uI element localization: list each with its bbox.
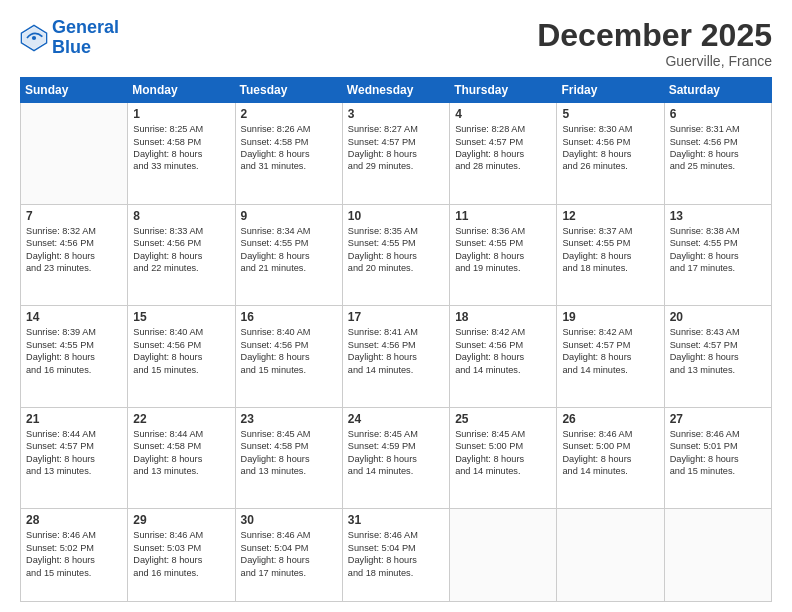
cell-info-line: Sunrise: 8:44 AM (133, 428, 229, 440)
calendar-cell: 22Sunrise: 8:44 AMSunset: 4:58 PMDayligh… (128, 407, 235, 509)
cell-info-line: and 18 minutes. (562, 262, 658, 274)
cell-info-line: Sunrise: 8:45 AM (241, 428, 337, 440)
col-saturday: Saturday (664, 78, 771, 103)
cell-info-line: Sunset: 4:55 PM (241, 237, 337, 249)
cell-info-line: Sunset: 5:04 PM (348, 542, 444, 554)
calendar-cell: 7Sunrise: 8:32 AMSunset: 4:56 PMDaylight… (21, 204, 128, 306)
calendar-week-row-3: 21Sunrise: 8:44 AMSunset: 4:57 PMDayligh… (21, 407, 772, 509)
cell-info-line: Sunset: 5:00 PM (455, 440, 551, 452)
cell-info-line: Sunset: 4:56 PM (455, 339, 551, 351)
cell-info-line: Sunrise: 8:36 AM (455, 225, 551, 237)
calendar-cell: 8Sunrise: 8:33 AMSunset: 4:56 PMDaylight… (128, 204, 235, 306)
cell-info-line: Sunset: 4:55 PM (670, 237, 766, 249)
calendar-week-row-4: 28Sunrise: 8:46 AMSunset: 5:02 PMDayligh… (21, 509, 772, 602)
day-number: 6 (670, 107, 766, 121)
cell-info-line: and 13 minutes. (670, 364, 766, 376)
calendar-cell: 15Sunrise: 8:40 AMSunset: 4:56 PMDayligh… (128, 306, 235, 408)
calendar-week-row-2: 14Sunrise: 8:39 AMSunset: 4:55 PMDayligh… (21, 306, 772, 408)
calendar-cell: 13Sunrise: 8:38 AMSunset: 4:55 PMDayligh… (664, 204, 771, 306)
cell-info-line: Sunset: 5:00 PM (562, 440, 658, 452)
cell-info-line: Daylight: 8 hours (241, 453, 337, 465)
cell-info-line: and 17 minutes. (241, 567, 337, 579)
calendar-cell: 12Sunrise: 8:37 AMSunset: 4:55 PMDayligh… (557, 204, 664, 306)
cell-info-line: and 14 minutes. (562, 364, 658, 376)
day-number: 1 (133, 107, 229, 121)
cell-info-line: Sunset: 4:57 PM (562, 339, 658, 351)
cell-info-line: Sunset: 4:58 PM (133, 440, 229, 452)
calendar-header-row: Sunday Monday Tuesday Wednesday Thursday… (21, 78, 772, 103)
cell-info-line: Sunset: 4:58 PM (133, 136, 229, 148)
day-number: 11 (455, 209, 551, 223)
cell-info-line: Sunrise: 8:46 AM (241, 529, 337, 541)
cell-info-line: Daylight: 8 hours (26, 351, 122, 363)
cell-info-line: Sunrise: 8:46 AM (133, 529, 229, 541)
cell-info-line: and 20 minutes. (348, 262, 444, 274)
calendar-cell: 24Sunrise: 8:45 AMSunset: 4:59 PMDayligh… (342, 407, 449, 509)
day-number: 19 (562, 310, 658, 324)
header: General Blue December 2025 Guerville, Fr… (20, 18, 772, 69)
col-sunday: Sunday (21, 78, 128, 103)
calendar-cell: 4Sunrise: 8:28 AMSunset: 4:57 PMDaylight… (450, 103, 557, 205)
day-number: 4 (455, 107, 551, 121)
cell-info-line: Sunset: 5:03 PM (133, 542, 229, 554)
cell-info-line: Sunset: 4:57 PM (348, 136, 444, 148)
day-number: 25 (455, 412, 551, 426)
cell-info-line: Sunrise: 8:25 AM (133, 123, 229, 135)
calendar-cell: 27Sunrise: 8:46 AMSunset: 5:01 PMDayligh… (664, 407, 771, 509)
day-number: 9 (241, 209, 337, 223)
day-number: 24 (348, 412, 444, 426)
cell-info-line: and 21 minutes. (241, 262, 337, 274)
calendar-cell (21, 103, 128, 205)
calendar-cell: 29Sunrise: 8:46 AMSunset: 5:03 PMDayligh… (128, 509, 235, 602)
logo-icon (20, 24, 48, 52)
col-tuesday: Tuesday (235, 78, 342, 103)
calendar-cell: 25Sunrise: 8:45 AMSunset: 5:00 PMDayligh… (450, 407, 557, 509)
day-number: 31 (348, 513, 444, 527)
calendar-cell: 26Sunrise: 8:46 AMSunset: 5:00 PMDayligh… (557, 407, 664, 509)
title-area: December 2025 Guerville, France (537, 18, 772, 69)
cell-info-line: and 14 minutes. (455, 465, 551, 477)
cell-info-line: Daylight: 8 hours (241, 351, 337, 363)
cell-info-line: Daylight: 8 hours (455, 250, 551, 262)
cell-info-line: Sunrise: 8:46 AM (26, 529, 122, 541)
day-number: 23 (241, 412, 337, 426)
day-number: 2 (241, 107, 337, 121)
cell-info-line: and 33 minutes. (133, 160, 229, 172)
cell-info-line: and 15 minutes. (670, 465, 766, 477)
day-number: 20 (670, 310, 766, 324)
cell-info-line: and 16 minutes. (133, 567, 229, 579)
cell-info-line: Daylight: 8 hours (348, 351, 444, 363)
cell-info-line: Daylight: 8 hours (241, 554, 337, 566)
calendar-cell: 31Sunrise: 8:46 AMSunset: 5:04 PMDayligh… (342, 509, 449, 602)
cell-info-line: and 15 minutes. (241, 364, 337, 376)
cell-info-line: Sunset: 4:56 PM (670, 136, 766, 148)
calendar-cell: 6Sunrise: 8:31 AMSunset: 4:56 PMDaylight… (664, 103, 771, 205)
calendar-cell: 1Sunrise: 8:25 AMSunset: 4:58 PMDaylight… (128, 103, 235, 205)
cell-info-line: Daylight: 8 hours (562, 453, 658, 465)
cell-info-line: and 28 minutes. (455, 160, 551, 172)
cell-info-line: Sunrise: 8:46 AM (670, 428, 766, 440)
cell-info-line: Sunset: 4:55 PM (348, 237, 444, 249)
col-thursday: Thursday (450, 78, 557, 103)
cell-info-line: Sunset: 4:57 PM (670, 339, 766, 351)
cell-info-line: Daylight: 8 hours (26, 250, 122, 262)
cell-info-line: Sunrise: 8:27 AM (348, 123, 444, 135)
cell-info-line: Daylight: 8 hours (133, 148, 229, 160)
logo-line2: Blue (52, 37, 91, 57)
cell-info-line: Sunset: 5:04 PM (241, 542, 337, 554)
calendar-cell: 11Sunrise: 8:36 AMSunset: 4:55 PMDayligh… (450, 204, 557, 306)
cell-info-line: Sunrise: 8:44 AM (26, 428, 122, 440)
calendar-cell: 14Sunrise: 8:39 AMSunset: 4:55 PMDayligh… (21, 306, 128, 408)
cell-info-line: Daylight: 8 hours (26, 453, 122, 465)
calendar-cell: 18Sunrise: 8:42 AMSunset: 4:56 PMDayligh… (450, 306, 557, 408)
calendar-cell: 21Sunrise: 8:44 AMSunset: 4:57 PMDayligh… (21, 407, 128, 509)
cell-info-line: Sunrise: 8:33 AM (133, 225, 229, 237)
cell-info-line: Sunset: 4:58 PM (241, 440, 337, 452)
col-monday: Monday (128, 78, 235, 103)
calendar-cell: 16Sunrise: 8:40 AMSunset: 4:56 PMDayligh… (235, 306, 342, 408)
month-title: December 2025 (537, 18, 772, 53)
calendar-cell: 3Sunrise: 8:27 AMSunset: 4:57 PMDaylight… (342, 103, 449, 205)
day-number: 22 (133, 412, 229, 426)
cell-info-line: Sunrise: 8:26 AM (241, 123, 337, 135)
calendar-cell: 20Sunrise: 8:43 AMSunset: 4:57 PMDayligh… (664, 306, 771, 408)
